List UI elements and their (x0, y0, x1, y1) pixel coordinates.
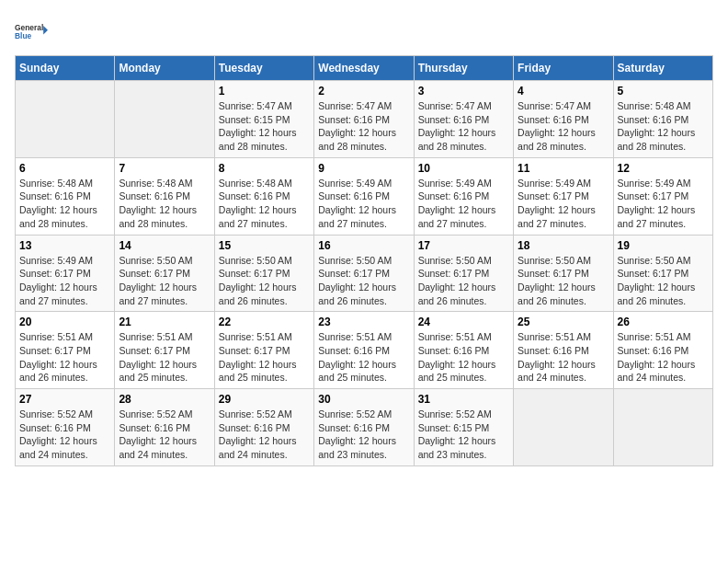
calendar-cell (115, 81, 214, 158)
day-number: 20 (19, 316, 110, 328)
svg-marker-2 (43, 26, 48, 35)
day-number: 15 (219, 239, 310, 252)
day-number: 4 (518, 85, 609, 98)
day-info: Sunrise: 5:51 AM Sunset: 6:17 PM Dayligh… (19, 330, 110, 385)
calendar-cell: 8Sunrise: 5:48 AM Sunset: 6:16 PM Daylig… (214, 157, 313, 235)
day-number: 12 (618, 162, 709, 175)
calendar-cell: 7Sunrise: 5:48 AM Sunset: 6:16 PM Daylig… (115, 157, 214, 235)
calendar-header-row: SundayMondayTuesdayWednesdayThursdayFrid… (16, 56, 713, 81)
day-info: Sunrise: 5:47 AM Sunset: 6:16 PM Dayligh… (418, 99, 509, 154)
header-saturday: Saturday (613, 56, 712, 81)
calendar-cell: 9Sunrise: 5:49 AM Sunset: 6:16 PM Daylig… (314, 157, 414, 235)
day-number: 19 (618, 239, 709, 252)
day-info: Sunrise: 5:52 AM Sunset: 6:16 PM Dayligh… (219, 408, 310, 462)
day-number: 16 (318, 239, 409, 252)
day-number: 30 (318, 393, 409, 406)
header-monday: Monday (115, 56, 214, 81)
header-wednesday: Wednesday (314, 56, 414, 81)
header-tuesday: Tuesday (214, 56, 313, 81)
day-number: 25 (518, 316, 609, 328)
day-number: 14 (119, 239, 210, 252)
day-info: Sunrise: 5:52 AM Sunset: 6:15 PM Dayligh… (418, 408, 509, 462)
day-number: 8 (219, 162, 310, 175)
calendar-week-5: 27Sunrise: 5:52 AM Sunset: 6:16 PM Dayli… (16, 389, 713, 466)
calendar-cell: 2Sunrise: 5:47 AM Sunset: 6:16 PM Daylig… (314, 81, 414, 158)
calendar-cell: 19Sunrise: 5:50 AM Sunset: 6:17 PM Dayli… (613, 235, 712, 312)
day-info: Sunrise: 5:49 AM Sunset: 6:17 PM Dayligh… (518, 177, 609, 231)
day-info: Sunrise: 5:48 AM Sunset: 6:16 PM Dayligh… (618, 99, 709, 154)
day-info: Sunrise: 5:47 AM Sunset: 6:15 PM Dayligh… (219, 99, 310, 154)
svg-text:Blue: Blue (15, 31, 32, 40)
day-info: Sunrise: 5:50 AM Sunset: 6:17 PM Dayligh… (618, 254, 709, 308)
day-info: Sunrise: 5:49 AM Sunset: 6:16 PM Dayligh… (318, 177, 409, 231)
day-info: Sunrise: 5:52 AM Sunset: 6:16 PM Dayligh… (119, 408, 210, 462)
day-number: 23 (318, 316, 409, 328)
calendar-week-4: 20Sunrise: 5:51 AM Sunset: 6:17 PM Dayli… (16, 312, 713, 389)
calendar-cell: 22Sunrise: 5:51 AM Sunset: 6:17 PM Dayli… (214, 312, 313, 389)
day-number: 1 (219, 85, 310, 98)
day-info: Sunrise: 5:51 AM Sunset: 6:17 PM Dayligh… (119, 330, 210, 385)
day-info: Sunrise: 5:50 AM Sunset: 6:17 PM Dayligh… (219, 254, 310, 308)
calendar-week-2: 6Sunrise: 5:48 AM Sunset: 6:16 PM Daylig… (16, 157, 713, 235)
day-number: 5 (618, 85, 709, 98)
day-info: Sunrise: 5:49 AM Sunset: 6:16 PM Dayligh… (418, 177, 509, 231)
calendar-cell: 13Sunrise: 5:49 AM Sunset: 6:17 PM Dayli… (16, 235, 115, 312)
calendar-cell: 15Sunrise: 5:50 AM Sunset: 6:17 PM Dayli… (214, 235, 313, 312)
day-info: Sunrise: 5:51 AM Sunset: 6:16 PM Dayligh… (418, 330, 509, 385)
day-number: 2 (318, 85, 409, 98)
day-info: Sunrise: 5:51 AM Sunset: 6:16 PM Dayligh… (618, 330, 709, 385)
day-number: 31 (418, 393, 509, 406)
day-number: 24 (418, 316, 509, 328)
day-info: Sunrise: 5:51 AM Sunset: 6:16 PM Dayligh… (518, 330, 609, 385)
calendar-cell: 30Sunrise: 5:52 AM Sunset: 6:16 PM Dayli… (314, 389, 414, 466)
day-info: Sunrise: 5:47 AM Sunset: 6:16 PM Dayligh… (318, 99, 409, 154)
calendar-cell: 27Sunrise: 5:52 AM Sunset: 6:16 PM Dayli… (16, 389, 115, 466)
calendar-cell: 23Sunrise: 5:51 AM Sunset: 6:16 PM Dayli… (314, 312, 414, 389)
day-info: Sunrise: 5:49 AM Sunset: 6:17 PM Dayligh… (19, 254, 110, 308)
calendar-cell: 24Sunrise: 5:51 AM Sunset: 6:16 PM Dayli… (414, 312, 513, 389)
day-number: 10 (418, 162, 509, 175)
calendar-cell: 4Sunrise: 5:47 AM Sunset: 6:16 PM Daylig… (514, 81, 613, 158)
day-number: 11 (518, 162, 609, 175)
calendar-cell: 11Sunrise: 5:49 AM Sunset: 6:17 PM Dayli… (514, 157, 613, 235)
calendar-cell: 21Sunrise: 5:51 AM Sunset: 6:17 PM Dayli… (115, 312, 214, 389)
day-info: Sunrise: 5:48 AM Sunset: 6:16 PM Dayligh… (219, 177, 310, 231)
calendar-cell: 31Sunrise: 5:52 AM Sunset: 6:15 PM Dayli… (414, 389, 513, 466)
day-info: Sunrise: 5:47 AM Sunset: 6:16 PM Dayligh… (518, 99, 609, 154)
day-info: Sunrise: 5:51 AM Sunset: 6:17 PM Dayligh… (219, 330, 310, 385)
calendar-week-1: 1Sunrise: 5:47 AM Sunset: 6:15 PM Daylig… (16, 81, 713, 158)
calendar-cell: 3Sunrise: 5:47 AM Sunset: 6:16 PM Daylig… (414, 81, 513, 158)
calendar-cell: 20Sunrise: 5:51 AM Sunset: 6:17 PM Dayli… (16, 312, 115, 389)
calendar-cell (16, 81, 115, 158)
calendar-table: SundayMondayTuesdayWednesdayThursdayFrid… (15, 55, 713, 466)
calendar-cell: 12Sunrise: 5:49 AM Sunset: 6:17 PM Dayli… (613, 157, 712, 235)
calendar-cell: 10Sunrise: 5:49 AM Sunset: 6:16 PM Dayli… (414, 157, 513, 235)
calendar-cell: 18Sunrise: 5:50 AM Sunset: 6:17 PM Dayli… (514, 235, 613, 312)
day-info: Sunrise: 5:52 AM Sunset: 6:16 PM Dayligh… (318, 408, 409, 462)
day-number: 22 (219, 316, 310, 328)
calendar-cell: 25Sunrise: 5:51 AM Sunset: 6:16 PM Dayli… (514, 312, 613, 389)
calendar-cell: 14Sunrise: 5:50 AM Sunset: 6:17 PM Dayli… (115, 235, 214, 312)
day-number: 13 (19, 239, 110, 252)
day-info: Sunrise: 5:48 AM Sunset: 6:16 PM Dayligh… (19, 177, 110, 231)
calendar-cell: 6Sunrise: 5:48 AM Sunset: 6:16 PM Daylig… (16, 157, 115, 235)
svg-text:General: General (15, 23, 43, 32)
header-sunday: Sunday (16, 56, 115, 81)
calendar-cell: 28Sunrise: 5:52 AM Sunset: 6:16 PM Dayli… (115, 389, 214, 466)
calendar-cell (613, 389, 712, 466)
day-number: 28 (119, 393, 210, 406)
calendar-cell: 17Sunrise: 5:50 AM Sunset: 6:17 PM Dayli… (414, 235, 513, 312)
logo: General Blue (15, 15, 48, 48)
day-number: 7 (119, 162, 210, 175)
day-number: 9 (318, 162, 409, 175)
calendar-week-3: 13Sunrise: 5:49 AM Sunset: 6:17 PM Dayli… (16, 235, 713, 312)
day-number: 26 (618, 316, 709, 328)
day-number: 21 (119, 316, 210, 328)
header: General Blue (15, 15, 713, 48)
day-number: 18 (518, 239, 609, 252)
day-info: Sunrise: 5:50 AM Sunset: 6:17 PM Dayligh… (318, 254, 409, 308)
day-info: Sunrise: 5:49 AM Sunset: 6:17 PM Dayligh… (618, 177, 709, 231)
day-number: 3 (418, 85, 509, 98)
calendar-cell: 5Sunrise: 5:48 AM Sunset: 6:16 PM Daylig… (613, 81, 712, 158)
calendar-cell (514, 389, 613, 466)
